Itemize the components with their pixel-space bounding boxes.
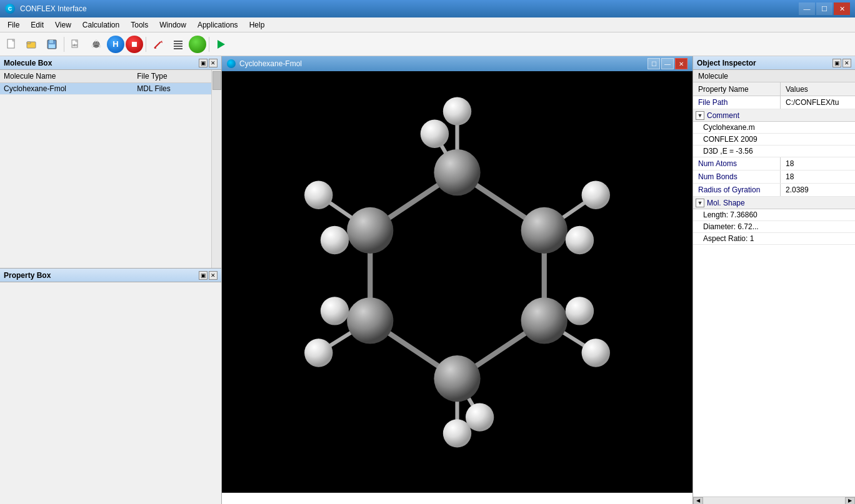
menu-bar: File Edit View Calculation Tools Window …	[0, 17, 855, 32]
toolbar-sep-2	[146, 37, 146, 52]
menu-edit[interactable]: Edit	[26, 19, 49, 31]
svg-rect-5	[49, 40, 53, 43]
inspector-col-property: Property Name	[693, 82, 781, 96]
molecule-row[interactable]: Cyclohexane-Fmol MDL Files	[0, 83, 211, 95]
open-button[interactable]	[22, 36, 41, 53]
scrollbar-left-btn[interactable]: ◀	[693, 497, 703, 505]
menu-help[interactable]: Help	[244, 19, 270, 31]
inspector-scrollbar[interactable]: ◀ ▶	[693, 497, 855, 504]
inspector-section-molshape[interactable]: ▼ Mol. Shape	[693, 197, 855, 209]
svg-point-52	[582, 181, 610, 209]
menu-calculation[interactable]: Calculation	[78, 19, 124, 31]
inspector-val-filepath: C:/CONFLEX/tu	[781, 96, 855, 109]
menu-tools[interactable]: Tools	[126, 19, 153, 31]
inspector-col-value: Values	[781, 82, 855, 96]
menu-window[interactable]: Window	[154, 19, 191, 31]
svg-point-49	[347, 207, 393, 254]
menu-view[interactable]: View	[50, 19, 76, 31]
run-button[interactable]	[212, 36, 231, 53]
svg-point-58	[304, 338, 332, 367]
mol-window-minimize[interactable]: —	[661, 58, 674, 69]
molecule-box-controls: ▣ ✕	[199, 59, 218, 67]
svg-line-18	[154, 42, 161, 48]
molecule-name: Cyclohexane-Fmol	[0, 83, 133, 95]
minimize-button[interactable]: —	[799, 2, 815, 15]
property-box-float-button[interactable]: ▣	[199, 271, 208, 280]
scrollbar-track-h[interactable]	[703, 497, 845, 505]
scrollbar-right-btn[interactable]: ▶	[845, 497, 855, 505]
inspector-val-numbonds: 18	[781, 170, 855, 183]
mol-window-maximize[interactable]: ☐	[648, 58, 660, 69]
mol-window-icon	[227, 59, 236, 68]
molecule-box: Molecule Box ▣ ✕ Molecule Name File Type	[0, 56, 221, 269]
mol-window-title-bar: Cyclohexane-Fmol ☐ — ✕	[222, 56, 692, 71]
toolbar-sep-1	[64, 37, 64, 52]
inspector-section-comment[interactable]: ▼ Comment	[693, 109, 855, 122]
inspector-comment-1: Cyclohexane.m	[693, 122, 855, 134]
left-panel: Molecule Box ▣ ✕ Molecule Name File Type	[0, 56, 222, 504]
close-button[interactable]: ✕	[834, 2, 850, 15]
svg-point-60	[304, 181, 332, 209]
svg-rect-17	[132, 42, 137, 47]
svg-text:abc: abc	[72, 43, 78, 47]
section-comment-label: Comment	[707, 111, 739, 120]
ball-button[interactable]	[189, 36, 206, 53]
inspector-row-filepath: File Path C:/CONFLEX/tu	[693, 96, 855, 109]
molecule-filetype: MDL Files	[133, 83, 211, 95]
inspector-close-button[interactable]: ✕	[842, 59, 851, 67]
molecule-col-type: File Type	[133, 70, 211, 83]
inspector-comment-3: D3D ,E = -3.56	[693, 146, 855, 157]
molecule-table: Molecule Name File Type Cyclohexane-Fmol…	[0, 70, 211, 95]
inspector-float-button[interactable]: ▣	[832, 59, 841, 67]
maximize-button[interactable]: ☐	[816, 2, 832, 15]
draw-button[interactable]	[149, 36, 168, 53]
right-panel: Object Inspector ▣ ✕ Molecule Property N…	[692, 56, 855, 504]
property-box: Property Box ▣ ✕	[0, 269, 221, 504]
inspector-subheader: Molecule	[693, 70, 855, 82]
property-box-close-button[interactable]: ✕	[209, 271, 218, 280]
svg-point-51	[421, 120, 449, 148]
toolbar: abc H	[0, 32, 855, 56]
svg-point-57	[466, 403, 494, 431]
mol-title-left: Cyclohexane-Fmol	[227, 59, 302, 68]
molecule-box-float-button[interactable]: ▣	[199, 59, 208, 67]
molecule-svg	[222, 71, 692, 493]
menu-file[interactable]: File	[2, 19, 24, 31]
molecule-col-name: Molecule Name	[0, 70, 133, 83]
title-bar-controls: — ☐ ✕	[799, 2, 850, 15]
toolbar-sep-3	[209, 37, 209, 52]
section-molshape-label: Mol. Shape	[707, 199, 745, 207]
svg-point-45	[521, 207, 568, 254]
molecule-scrollbar[interactable]	[211, 70, 221, 268]
new-button[interactable]	[2, 36, 21, 53]
svg-point-55	[566, 297, 594, 325]
stop-button[interactable]	[126, 36, 143, 53]
svg-marker-19	[161, 41, 162, 43]
molecule-box-title: Molecule Box	[4, 59, 52, 67]
mol-canvas[interactable]	[222, 71, 692, 493]
import-button[interactable]: abc	[67, 36, 86, 53]
inspector-row-numbonds: Num Bonds 18	[693, 170, 855, 184]
svg-rect-6	[49, 44, 55, 48]
hydrogen-button[interactable]: H	[107, 36, 124, 53]
mol-window: Cyclohexane-Fmol ☐ — ✕	[222, 56, 692, 493]
mol-window-close[interactable]: ✕	[675, 58, 688, 69]
collapse-molshape-icon: ▼	[696, 199, 704, 207]
svg-rect-23	[174, 46, 182, 47]
inspector-molshape-diameter: Diameter: 6.72...	[693, 221, 855, 233]
inspector-col-header: Property Name Values	[693, 82, 855, 96]
build-button[interactable]	[87, 36, 106, 53]
save-button[interactable]	[42, 36, 61, 53]
inspector-row-numatoms: Num Atoms 18	[693, 157, 855, 170]
svg-point-46	[521, 297, 568, 343]
inspector-prop-filepath: File Path	[693, 96, 781, 109]
inspector-title: Object Inspector	[697, 59, 756, 67]
molecule-box-close-button[interactable]: ✕	[209, 59, 218, 67]
inspector-val-numatoms: 18	[781, 157, 855, 170]
menu-applications[interactable]: Applications	[192, 19, 243, 31]
list-button[interactable]	[169, 36, 188, 53]
svg-point-48	[347, 297, 393, 343]
inspector-prop-numatoms: Num Atoms	[693, 157, 781, 170]
svg-point-44	[434, 149, 480, 195]
inspector-comment-2: CONFLEX 2009	[693, 134, 855, 146]
